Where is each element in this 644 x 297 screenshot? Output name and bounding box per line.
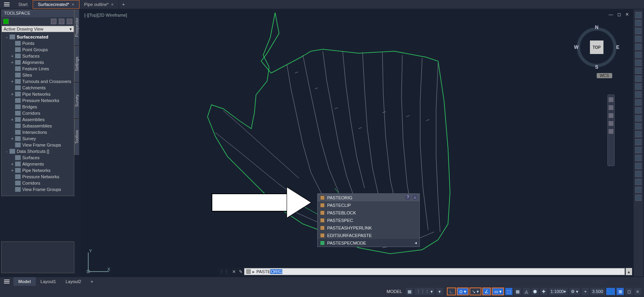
tree-item[interactable]: +Assemblies [9, 116, 73, 123]
tree-item[interactable]: Point Groups [9, 46, 73, 53]
rtool-icon[interactable] [635, 20, 642, 26]
rtool-icon[interactable] [635, 83, 642, 90]
tree-expander-icon[interactable]: + [10, 92, 14, 96]
rtool-icon[interactable] [635, 68, 642, 74]
sidetab-settings[interactable]: Settings [74, 46, 79, 82]
rtool-icon[interactable] [635, 91, 642, 98]
nav-zoom-icon[interactable] [609, 113, 613, 118]
command-line[interactable]: ⋮⋮ ✕ ✎ ▸ PASTEORIG ▴ [218, 268, 632, 276]
tree-item[interactable]: Feature Lines [9, 66, 73, 72]
ac-item-pasteashyperlink[interactable]: PASTEASHYPERLINK [318, 224, 419, 231]
viewcube[interactable]: TOP N S E W [575, 25, 619, 69]
tree-item[interactable]: Points [9, 40, 73, 46]
tree-item[interactable]: +Survey [9, 135, 73, 142]
tree-expander-icon[interactable]: + [10, 60, 14, 65]
rtool-icon[interactable] [635, 75, 642, 82]
rtool-icon[interactable] [635, 115, 642, 122]
sidetab-toolbox[interactable]: Toolbox [74, 119, 79, 155]
tree-item[interactable]: Pressure Networks [9, 174, 73, 180]
rtool-icon[interactable] [635, 99, 642, 106]
layout-tab-layout1[interactable]: Layout1 [36, 277, 61, 286]
ac-item-pasteblock[interactable]: PASTEBLOCK [318, 209, 419, 216]
tree-expander-icon[interactable]: + [10, 118, 14, 122]
ac-item-editsurfacepaste[interactable]: EDITSURFACEPASTE [318, 231, 419, 239]
tab-pipeoutline[interactable]: Pipe outline*× [80, 0, 119, 9]
status-plus-icon[interactable]: + [581, 287, 589, 295]
rtool-icon[interactable] [635, 179, 642, 185]
tree-item[interactable]: View Frame Groups [9, 186, 73, 193]
layout-tab-layout2[interactable]: Layout2 [61, 277, 86, 286]
ac-item-pastespec[interactable]: PASTESPEC [318, 216, 419, 224]
status-gear-icon[interactable]: ⚙ ▾ [569, 287, 580, 295]
tree-expander-icon[interactable]: + [10, 137, 14, 141]
status-polar-icon[interactable]: ⊙ ▾ [457, 287, 469, 295]
status-lineweight-icon[interactable]: ⬚ [505, 287, 513, 295]
ac-item-pastespecmode[interactable]: PASTESPECMODE◂ [318, 239, 419, 247]
tree-item[interactable]: Corridors [9, 180, 73, 186]
tree-expander-icon[interactable]: + [10, 54, 14, 58]
status-annomon-icon[interactable]: 👤 [606, 287, 615, 295]
wcs-badge[interactable]: WCS [597, 73, 612, 78]
status-annoscale-icon[interactable]: ⊞ [616, 287, 624, 295]
tree-item[interactable]: Subassemblies [9, 123, 73, 129]
viewcube-south[interactable]: S [595, 64, 598, 70]
tree-item[interactable]: Catchments [9, 85, 73, 91]
status-dropdown[interactable]: ▾ [436, 287, 444, 295]
prospector-tree[interactable]: -SurfacecreatedPointsPoint Groups+Surfac… [2, 32, 74, 196]
autocomplete-help-icon[interactable]: ? [405, 195, 411, 200]
tree-item[interactable]: +Pipe Networks [9, 167, 73, 174]
status-transparency-icon[interactable]: ▦ [514, 287, 522, 295]
rtool-icon[interactable] [635, 36, 642, 42]
viewcube-ring[interactable] [577, 27, 617, 67]
nav-showmotion-icon[interactable] [609, 129, 613, 134]
command-history-button[interactable]: ▴ [626, 268, 632, 275]
sidetab-survey[interactable]: Survey [74, 83, 79, 118]
rtool-icon[interactable] [635, 147, 642, 153]
toolspace-icon-2[interactable] [59, 19, 64, 24]
app-menu-button[interactable] [0, 0, 14, 9]
ac-item-pasteclip[interactable]: PASTECLIP [318, 201, 419, 209]
status-scale-dropdown[interactable]: 1:1000 ▾ [549, 287, 568, 295]
rtool-icon[interactable] [635, 28, 642, 34]
status-osnap-icon[interactable]: ∠ [482, 287, 491, 295]
tab-start[interactable]: Start [14, 0, 33, 9]
rtool-icon[interactable] [635, 155, 642, 161]
commandline-grip[interactable]: ⋮⋮ [218, 269, 231, 274]
status-isodraft-icon[interactable]: ↘ ▾ [469, 287, 481, 295]
tree-expander-icon[interactable]: + [10, 168, 14, 173]
command-autocomplete[interactable]: ? ⌕ PASTEORIG PASTECLIP PASTEBLOCK PASTE… [317, 193, 420, 247]
command-input[interactable]: ▸ PASTEORIG [244, 268, 625, 275]
status-grid-icon[interactable]: ▦ [405, 287, 413, 295]
rtool-icon[interactable] [635, 171, 642, 177]
close-icon[interactable]: × [111, 2, 113, 7]
status-cycling-icon[interactable]: ◬ [522, 287, 530, 295]
tree-expander-icon[interactable]: - [5, 35, 9, 39]
status-dynucs-icon[interactable]: ✚ [540, 287, 548, 295]
tree-expander-icon[interactable]: + [10, 79, 14, 84]
rtool-icon[interactable] [635, 52, 642, 58]
rtool-icon[interactable] [635, 107, 642, 114]
tree-expander-icon[interactable]: + [10, 162, 14, 166]
nav-wheel-icon[interactable] [609, 97, 613, 102]
rtool-icon[interactable] [635, 131, 642, 137]
sidetab-prospector[interactable]: Prospector [74, 10, 79, 45]
tree-item[interactable]: +Surfaces [9, 53, 73, 59]
tree-item[interactable]: Intersections [9, 129, 73, 135]
new-tab-button[interactable]: + [119, 2, 128, 7]
rtool-icon[interactable] [635, 195, 642, 201]
tree-item[interactable]: Pressure Networks [9, 97, 73, 104]
layout-add-button[interactable]: + [86, 277, 98, 286]
viewcube-west[interactable]: W [574, 44, 578, 50]
tree-item[interactable]: +Turnouts and Crossovers [9, 78, 73, 85]
status-custom-icon[interactable]: ≡ [634, 287, 642, 295]
rtool-icon[interactable] [635, 187, 642, 193]
nav-orbit-icon[interactable] [609, 121, 613, 126]
tree-expander-icon[interactable]: - [5, 149, 9, 154]
status-value[interactable]: 3.500 [590, 287, 605, 295]
tree-item[interactable]: Surfaces [9, 154, 73, 161]
status-3dosnap-icon[interactable]: ⬢ [531, 287, 539, 295]
close-icon[interactable]: × [72, 2, 74, 7]
ac-item-pasteorig[interactable]: PASTEORIG [318, 194, 419, 201]
status-snap-icon[interactable]: ⋮⋮⋮ ▾ [414, 287, 435, 295]
help-icon[interactable] [67, 19, 72, 24]
